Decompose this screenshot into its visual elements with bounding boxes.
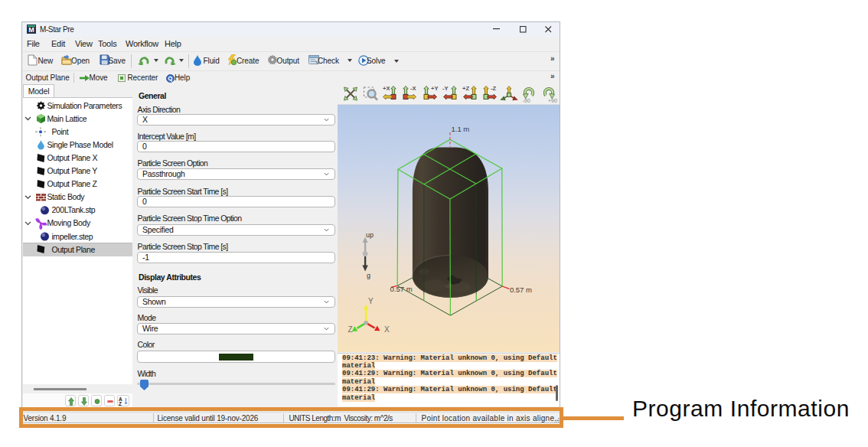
svg-text:Y: Y xyxy=(368,297,374,305)
svg-text:-X: -X xyxy=(410,85,416,92)
svg-text:1.1 m: 1.1 m xyxy=(452,125,470,133)
svg-text:-Y: -Y xyxy=(442,85,449,92)
svg-text:+90: +90 xyxy=(548,98,557,103)
svg-text:-Z: -Z xyxy=(491,85,496,92)
svg-text:X: X xyxy=(384,325,390,334)
svg-text:Z: Z xyxy=(119,401,122,406)
svg-text:Z: Z xyxy=(348,325,353,334)
svg-text:up: up xyxy=(366,231,374,239)
svg-text:+Z: +Z xyxy=(462,85,469,92)
svg-text:g: g xyxy=(367,272,370,279)
svg-text:+X: +X xyxy=(383,85,390,92)
svg-text:0.57 m: 0.57 m xyxy=(390,285,413,293)
svg-text:0.57 m: 0.57 m xyxy=(510,285,532,294)
svg-text:-90: -90 xyxy=(523,98,530,103)
svg-text:+Y: +Y xyxy=(431,85,438,92)
